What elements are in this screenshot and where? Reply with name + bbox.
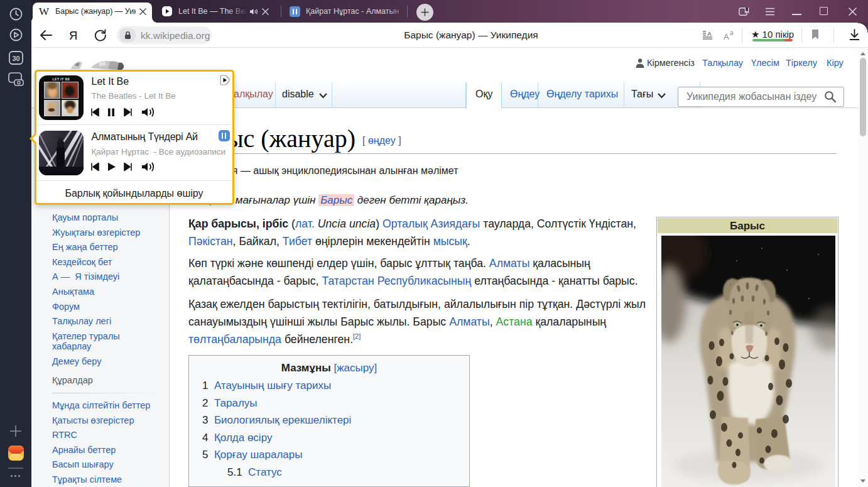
- svg-text:ә: ә: [730, 30, 734, 36]
- svg-text:A: A: [724, 32, 729, 41]
- svg-text:A: A: [707, 30, 712, 37]
- svg-text:30: 30: [12, 55, 19, 62]
